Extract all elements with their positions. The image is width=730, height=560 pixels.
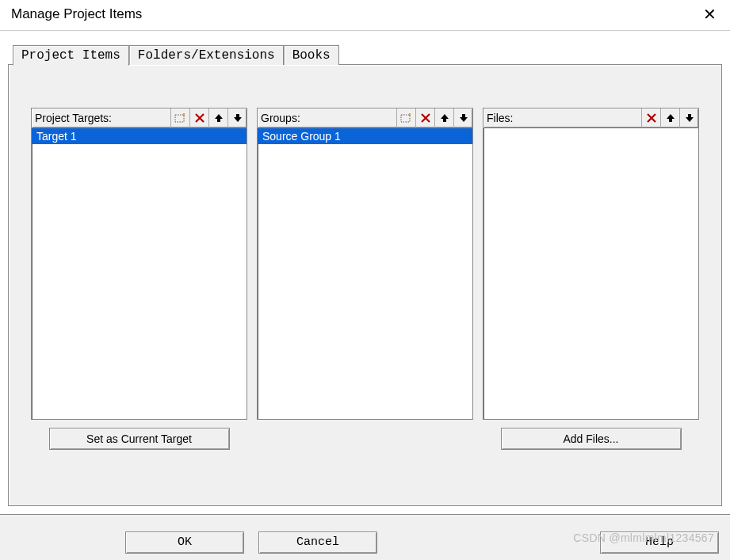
add-files-button[interactable]: Add Files... — [501, 428, 682, 450]
bottom-button-bar: OK Cancel Help — [0, 514, 730, 560]
files-moveup-icon[interactable] — [660, 109, 679, 128]
groups-new-icon[interactable] — [396, 109, 415, 128]
tab-project-items[interactable]: Project Items — [13, 45, 129, 66]
groups-listbox[interactable]: Source Group 1 — [257, 128, 473, 420]
tab-folders-extensions[interactable]: Folders/Extensions — [129, 45, 284, 65]
files-delete-icon[interactable] — [641, 109, 660, 128]
titlebar: Manage Project Items ✕ — [0, 0, 730, 30]
files-header: Files: — [483, 108, 699, 128]
ok-button[interactable]: OK — [125, 531, 244, 554]
targets-movedown-icon[interactable] — [227, 109, 247, 128]
cancel-button[interactable]: Cancel — [258, 531, 377, 554]
list-item[interactable]: Source Group 1 — [258, 128, 472, 144]
targets-delete-icon[interactable] — [189, 109, 208, 128]
tab-strip: Project Items Folders/Extensions Books — [13, 45, 722, 65]
groups-delete-icon[interactable] — [415, 109, 434, 128]
files-listbox[interactable] — [483, 128, 699, 420]
files-column: Files: Add Files.. — [483, 108, 699, 450]
targets-header: Project Targets: — [31, 108, 247, 128]
list-item[interactable]: Target 1 — [32, 128, 247, 144]
svg-rect-0 — [175, 115, 184, 122]
groups-label: Groups: — [261, 112, 300, 124]
dialog-body: Project Items Folders/Extensions Books P… — [0, 30, 730, 560]
groups-header: Groups: — [257, 108, 473, 128]
tab-books[interactable]: Books — [284, 45, 339, 65]
window-title: Manage Project Items — [11, 6, 142, 22]
groups-column: Groups: — [257, 108, 473, 450]
help-button[interactable]: Help — [600, 531, 719, 554]
groups-moveup-icon[interactable] — [434, 109, 453, 128]
targets-label: Project Targets: — [35, 112, 112, 124]
files-movedown-icon[interactable] — [679, 109, 698, 128]
targets-column: Project Targets: — [31, 108, 247, 450]
files-label: Files: — [487, 112, 513, 124]
svg-rect-1 — [401, 115, 410, 122]
targets-new-icon[interactable] — [170, 109, 189, 128]
groups-movedown-icon[interactable] — [453, 109, 472, 128]
set-current-target-button[interactable]: Set as Current Target — [49, 428, 230, 450]
tab-panel: Project Targets: — [8, 64, 722, 506]
targets-moveup-icon[interactable] — [208, 109, 227, 128]
targets-listbox[interactable]: Target 1 — [31, 128, 247, 420]
close-icon[interactable]: ✕ — [700, 5, 719, 24]
